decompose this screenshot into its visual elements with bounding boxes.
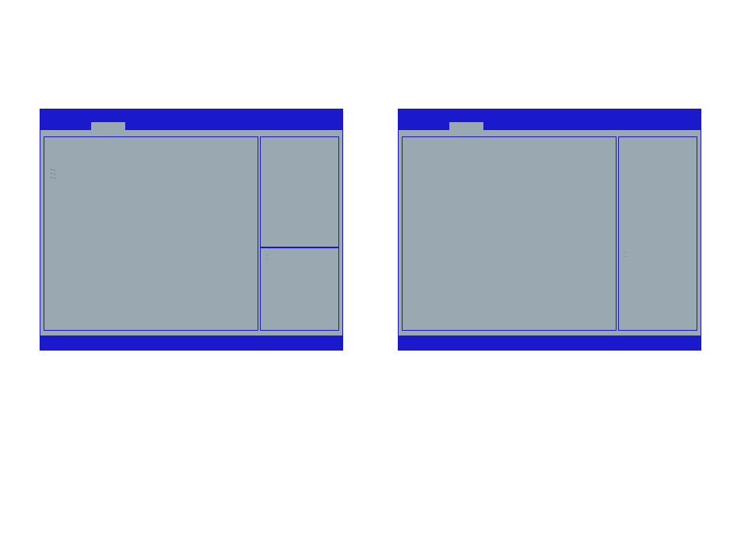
content-area: • — • — • — … …: [44, 136, 339, 331]
right-panel-top: [260, 136, 339, 247]
bottom-bar: [40, 336, 342, 350]
layout-mockup-a: • — • — • — … …: [40, 109, 343, 351]
right-panel-bottom: … …: [260, 247, 339, 331]
layout-mockup-b: … …: [398, 109, 701, 351]
right-column: … …: [260, 136, 339, 331]
main-panel: [402, 136, 617, 331]
top-bar: [40, 109, 342, 130]
right-panel: … …: [618, 136, 697, 331]
tab-bar: [91, 122, 125, 135]
tab-bar: [449, 122, 483, 135]
bottom-bar: [399, 336, 701, 350]
developer-text: … …: [624, 250, 627, 258]
top-bar: [399, 109, 701, 130]
developer-text: … …: [265, 252, 269, 260]
menu-text: • — • — • —: [51, 167, 56, 179]
diagram-container: • — • — • — … … … …: [40, 109, 701, 351]
content-area: … …: [402, 136, 697, 331]
main-panel: • — • — • —: [44, 136, 258, 331]
